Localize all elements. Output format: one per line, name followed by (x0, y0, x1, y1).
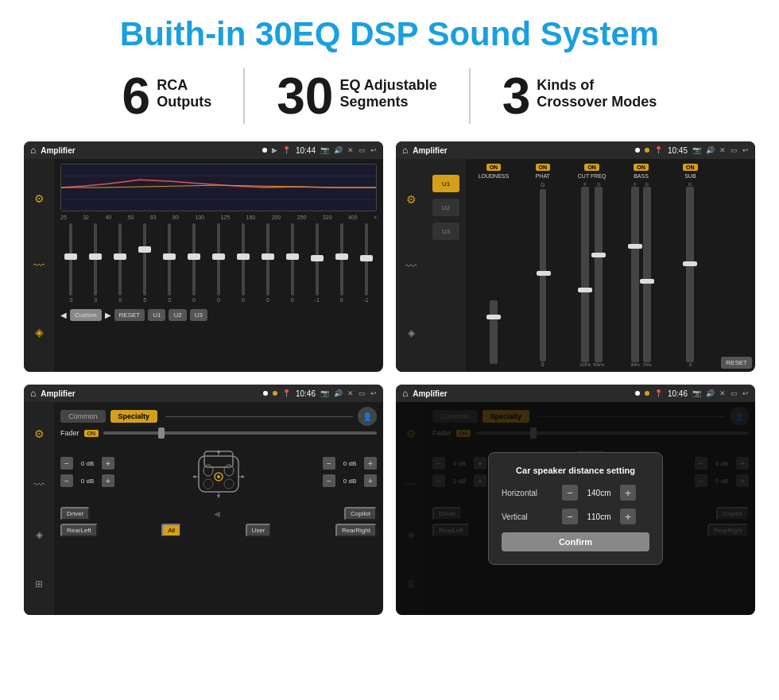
eq-icon-1[interactable]: ⚙ (34, 192, 45, 205)
all-btn[interactable]: All (161, 524, 181, 537)
x-icon-2[interactable]: ✕ (719, 146, 726, 154)
status-dot-4a (635, 391, 640, 396)
u2-btn[interactable]: U2 (432, 199, 459, 216)
confirm-button[interactable]: Confirm (502, 532, 649, 551)
vertical-plus[interactable]: + (620, 509, 636, 524)
eq-slider-5[interactable]: 0 (184, 223, 205, 303)
u1-btn[interactable]: U1 (432, 175, 459, 192)
vol-rr-plus[interactable]: + (364, 474, 377, 487)
eq-slider-2[interactable]: 0 (110, 223, 131, 303)
phat-on[interactable]: ON (536, 164, 551, 171)
eq-slider-11[interactable]: 0 (331, 223, 352, 303)
fader-slider[interactable] (103, 431, 377, 435)
pin-icon-3: 📍 (282, 389, 291, 397)
eq-slider-10[interactable]: -1 (306, 223, 327, 303)
x-icon-1[interactable]: ✕ (347, 146, 354, 154)
vol-rr-minus[interactable]: − (323, 474, 335, 487)
horizontal-plus[interactable]: + (620, 485, 636, 501)
vertical-value: 110cm (581, 512, 617, 521)
eq-slider-4[interactable]: 0 (159, 223, 180, 303)
sub-on[interactable]: ON (683, 164, 698, 171)
horizontal-stepper: − 140cm + (562, 485, 649, 501)
reset-btn-1[interactable]: RESET (114, 309, 145, 321)
eq-icon-2[interactable]: ⚙ (406, 193, 417, 206)
eq-slider-9[interactable]: 0 (281, 223, 303, 303)
home-icon-1[interactable]: ⌂ (30, 145, 36, 156)
rect-icon-2[interactable]: ▭ (731, 146, 738, 154)
pin-icon-2: 📍 (654, 146, 663, 154)
u3-btn-1[interactable]: U3 (190, 309, 207, 321)
vol-ctrl-icon-3[interactable]: ◈ (36, 529, 43, 540)
vol-fl-plus[interactable]: + (102, 457, 114, 470)
eq-freq-labels: 25 32 40 50 63 80 100 125 160 200 250 32… (60, 215, 377, 220)
vol-rl-plus[interactable]: + (102, 474, 114, 487)
x-icon-4[interactable]: ✕ (719, 389, 726, 397)
bass-on[interactable]: ON (634, 164, 649, 171)
vol-ctrl-icon-1[interactable]: ◈ (35, 326, 44, 338)
rearright-btn[interactable]: RearRight (335, 524, 377, 537)
fader-on[interactable]: ON (84, 430, 99, 437)
wave-icon-2[interactable]: 〰 (405, 260, 417, 273)
copilot-btn[interactable]: Copilot (344, 507, 377, 520)
eq-slider-8[interactable]: 0 (257, 223, 278, 303)
next-icon[interactable]: ▶ (105, 311, 111, 319)
stat-line2-crossover: Crossover Modes (537, 94, 657, 110)
rearleft-btn[interactable]: RearLeft (60, 524, 98, 537)
eq-slider-0[interactable]: 0 (60, 223, 82, 303)
eq-slider-1[interactable]: 0 (85, 223, 107, 303)
vol-fl-minus[interactable]: − (60, 457, 73, 470)
reset-btn-2[interactable]: RESET (721, 357, 752, 369)
x-icon-3[interactable]: ✕ (347, 389, 354, 397)
home-icon-4[interactable]: ⌂ (402, 388, 408, 399)
main-title: Buith-in 30EQ DSP Sound System (120, 16, 659, 52)
user-btn[interactable]: User (246, 524, 272, 537)
rect-icon-3[interactable]: ▭ (358, 389, 366, 397)
eq-graph (60, 164, 377, 211)
loudness-on[interactable]: ON (486, 164, 502, 171)
eq-slider-12[interactable]: -1 (355, 223, 377, 303)
u2-btn-1[interactable]: U2 (169, 309, 186, 321)
wave-icon-3[interactable]: 〰 (33, 478, 45, 491)
vertical-minus[interactable]: − (562, 509, 578, 524)
eq-slider-6[interactable]: 0 (208, 223, 230, 303)
u3-btn[interactable]: U3 (432, 222, 459, 240)
stat-line1-eq: EQ Adjustable (339, 77, 436, 94)
u1-btn-1[interactable]: U1 (148, 309, 165, 321)
cutfreq-on[interactable]: ON (584, 164, 599, 171)
back-icon-2[interactable]: ↩ (742, 146, 749, 154)
amp-bass: ON BASS F 90Hz G 70Hz (618, 164, 665, 367)
rect-icon-1[interactable]: ▭ (358, 146, 366, 154)
vol-fr-minus[interactable]: − (323, 457, 335, 470)
speaker-area: − 0 dB + − 0 dB + (60, 440, 377, 504)
wave-icon-1[interactable]: 〰 (33, 259, 45, 272)
back-icon-3[interactable]: ↩ (370, 389, 377, 397)
tab-specialty-3[interactable]: Specialty (110, 410, 158, 423)
vol-fr-plus[interactable]: + (364, 457, 377, 470)
home-icon-2[interactable]: ⌂ (402, 145, 408, 156)
bottom-labels-3b: RearLeft All User RearRight (60, 524, 377, 537)
fader-handle[interactable] (158, 427, 165, 439)
extra-icon-3[interactable]: ⊞ (35, 578, 43, 590)
vertical-stepper: − 110cm + (562, 509, 649, 524)
driver-btn[interactable]: Driver (60, 507, 90, 520)
vol-rl: − 0 dB + (60, 474, 114, 487)
vol-rl-minus[interactable]: − (60, 474, 73, 487)
custom-btn[interactable]: Custom (70, 309, 102, 321)
rect-icon-4[interactable]: ▭ (731, 389, 738, 397)
horizontal-minus[interactable]: − (562, 485, 578, 501)
home-icon-3[interactable]: ⌂ (30, 388, 36, 399)
profile-icon-3[interactable]: 👤 (358, 407, 377, 426)
play-icon-1: ▶ (272, 146, 277, 154)
stat-number-3: 3 (502, 71, 531, 122)
eq-slider-7[interactable]: 0 (232, 223, 254, 303)
vol-fr-val: 0 dB (339, 460, 361, 467)
eq-slider-3[interactable]: 5 (134, 223, 156, 303)
left-arrow[interactable]: ◀ (214, 509, 220, 518)
vol-ctrl-icon-2[interactable]: ◈ (408, 327, 415, 338)
back-icon-1[interactable]: ↩ (370, 146, 377, 154)
prev-icon[interactable]: ◀ (60, 311, 67, 319)
back-icon-4[interactable]: ↩ (742, 389, 749, 397)
tab-common-3[interactable]: Common (60, 410, 106, 423)
eq-icon-3[interactable]: ⚙ (34, 427, 45, 440)
vol-icon-2: 🔊 (706, 146, 715, 154)
